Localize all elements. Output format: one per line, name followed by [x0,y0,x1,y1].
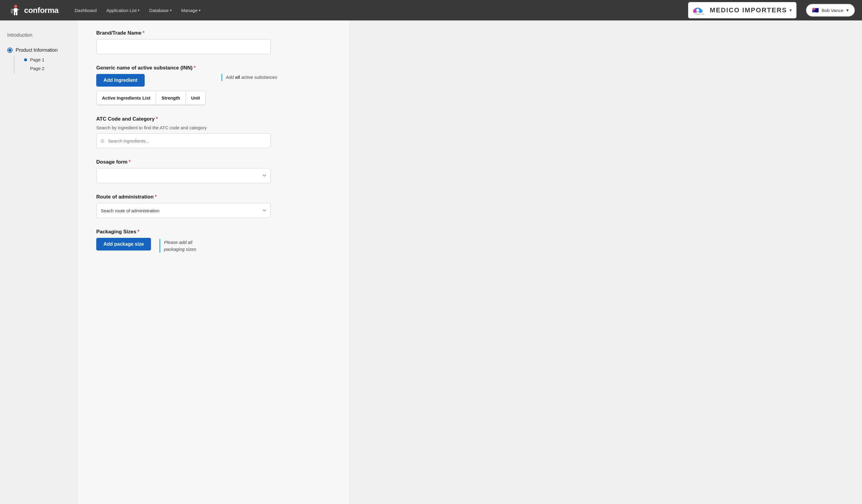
application-list-chevron: ▾ [138,9,140,12]
generic-name-label: Generic name of active substance (INN) * [96,65,331,71]
svg-rect-5 [14,12,15,15]
nav-links: Dashboard Application List ▾ Database ▾ … [71,6,674,15]
atc-code-label: ATC Code and Category * [96,116,331,122]
svg-rect-6 [16,12,17,15]
packaging-btn-area: Add package size Please add all packagin… [96,238,331,253]
atc-description: Search by ingredient to find the ATC cod… [96,125,331,130]
dot-page1 [24,58,27,61]
atc-search-wrapper: ⊞ [96,133,271,148]
dosage-form-section: Dosage form * [96,159,331,183]
nav-application-list[interactable]: Application List ▾ [103,6,143,15]
user-chevron: ▾ [846,8,849,13]
user-menu-button[interactable]: 🇦🇺 Bob Vance ▾ [806,4,855,16]
main-content: Brand/Trade Name * Generic name of activ… [78,21,349,504]
user-flag: 🇦🇺 [812,7,819,14]
company-chevron: ▾ [789,8,792,13]
manage-chevron: ▾ [199,9,200,12]
svg-rect-4 [17,9,19,10]
col-unit: Unit [186,91,206,105]
svg-rect-2 [14,8,17,12]
sidebar: Introduction Product Information Page 1 … [0,21,78,504]
dosage-required-marker: * [129,159,131,165]
packaging-sizes-label: Packaging Sizes * [96,229,331,235]
add-package-size-button[interactable]: Add package size [96,238,151,251]
company-badge: Pharma Business MEDICO IMPORTERS ▾ [688,2,796,18]
brand-trade-name-section: Brand/Trade Name * [96,30,331,54]
sidebar-item-page1[interactable]: Page 1 [24,55,44,64]
nav-dashboard[interactable]: Dashboard [71,6,100,15]
add-ingredients-note: Add all active substances [221,74,277,81]
atc-search-icon: ⊞ [101,138,104,144]
svg-point-1 [14,5,17,8]
user-name: Bob Vance [822,8,843,13]
ingredients-table: Active Ingredients List Strength Unit [96,91,206,105]
sidebar-item-product-information[interactable]: Product Information [7,45,71,55]
col-strength: Strength [156,91,186,105]
logo[interactable]: conforma [7,3,61,17]
atc-search-input[interactable] [96,133,271,148]
sidebar-sub-pages: Page 1 Page 2 [14,55,44,74]
route-required-marker: * [155,194,157,200]
dosage-form-label: Dosage form * [96,159,331,165]
col-active-ingredients: Active Ingredients List [96,91,156,105]
main-layout: Introduction Product Information Page 1 … [0,21,862,504]
svg-rect-7 [11,9,13,14]
logo-text: conforma [24,6,58,15]
atc-code-section: ATC Code and Category * Search by ingred… [96,116,331,148]
nav-database[interactable]: Database ▾ [146,6,175,15]
ingredient-left-col: Add Ingredient Active Ingredients List S… [96,74,206,105]
database-chevron: ▾ [170,9,172,12]
svg-point-10 [696,9,699,12]
company-logo: Pharma Business [690,3,706,17]
add-ingredient-row: Add Ingredient Active Ingredients List S… [96,74,331,105]
nav-manage[interactable]: Manage ▾ [178,6,204,15]
top-navigation: conforma Dashboard Application List ▾ Da… [0,0,862,21]
brand-required-marker: * [143,30,144,36]
radio-product-information [7,48,13,53]
dosage-form-select[interactable] [96,168,271,183]
route-admin-section: Route of administration * Seach route of… [96,194,331,218]
radio-inner [9,49,11,52]
route-admin-label: Route of administration * [96,194,331,200]
route-admin-select[interactable]: Seach route of administration [96,203,271,218]
svg-text:Pharma Business: Pharma Business [694,13,704,15]
sidebar-item-introduction[interactable]: Introduction [7,30,71,40]
brand-trade-name-label: Brand/Trade Name * [96,30,331,36]
company-name[interactable]: MEDICO IMPORTERS ▾ [710,6,792,14]
packaging-note: Please add all packaging sizes [159,239,213,253]
add-ingredient-button[interactable]: Add Ingredient [96,74,145,87]
packaging-sizes-section: Packaging Sizes * Add package size Pleas… [96,229,331,253]
packaging-required-marker: * [138,229,139,235]
generic-name-section: Generic name of active substance (INN) *… [96,65,331,105]
brand-trade-name-input[interactable] [96,39,271,54]
generic-required-marker: * [194,65,196,71]
sidebar-item-page2[interactable]: Page 2 [24,64,44,73]
atc-required-marker: * [156,116,158,122]
